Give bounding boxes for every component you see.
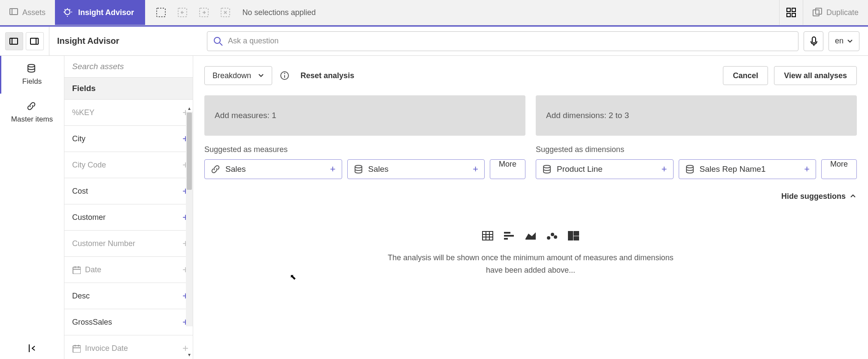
hide-suggestions-toggle[interactable]: Hide suggestions xyxy=(204,192,857,201)
main-area: Breakdown Reset analysis Cancel View all… xyxy=(193,56,868,359)
panel-right-icon xyxy=(30,38,39,45)
left-rail: Fields Master items xyxy=(0,56,64,359)
field-item[interactable]: Cost+ xyxy=(64,178,193,204)
chevron-down-icon xyxy=(258,73,264,79)
hide-suggestions-label: Hide suggestions xyxy=(781,192,846,201)
dimension-chip[interactable]: Sales Rep Name1+ xyxy=(679,159,816,179)
selection-clear-icon[interactable] xyxy=(221,8,230,17)
cancel-button[interactable]: Cancel xyxy=(723,66,768,85)
insight-advisor-tab[interactable]: Insight Advisor xyxy=(55,0,145,25)
assets-tab-label: Assets xyxy=(22,8,46,17)
view-all-analyses-button[interactable]: View all analyses xyxy=(774,66,857,85)
field-label: Invoice Date xyxy=(85,344,128,353)
language-selector[interactable]: en xyxy=(829,31,859,51)
analysis-type-label: Breakdown xyxy=(212,71,251,80)
field-label: City Code xyxy=(72,161,106,170)
collapse-icon xyxy=(28,344,36,353)
analysis-placeholder: The analysis will be shown once the mini… xyxy=(204,231,857,277)
suggested-dimensions-title: Suggested as dimensions xyxy=(536,145,857,154)
no-selections-label: No selections applied xyxy=(242,8,316,17)
duplicate-button[interactable]: Duplicate xyxy=(803,0,868,25)
rail-fields[interactable]: Fields xyxy=(0,56,64,94)
rail-master-items[interactable]: Master items xyxy=(0,94,64,131)
more-measure-button[interactable]: More xyxy=(490,159,525,179)
add-chip-button[interactable]: + xyxy=(330,164,336,175)
area-icon xyxy=(525,231,536,240)
field-label: Customer xyxy=(72,213,106,222)
assets-search[interactable] xyxy=(64,56,193,78)
duplicate-icon xyxy=(813,8,822,17)
question-search[interactable] xyxy=(207,31,798,51)
add-chip-button[interactable]: + xyxy=(473,164,478,175)
rail-fields-label: Fields xyxy=(22,77,42,86)
assets-tab[interactable]: Assets xyxy=(0,0,55,25)
chip-label: Sales Rep Name1 xyxy=(700,164,766,174)
selection-back-icon[interactable] xyxy=(178,8,187,17)
measure-chip[interactable]: Sales+ xyxy=(204,159,342,179)
measure-chip[interactable]: Sales+ xyxy=(347,159,485,179)
right-panel-toggle[interactable] xyxy=(26,32,44,50)
selection-toolbar: No selections applied xyxy=(145,8,327,17)
scatter-icon xyxy=(546,231,558,240)
scroll-up-arrow[interactable]: ▴ xyxy=(186,105,193,112)
search-icon xyxy=(213,37,223,46)
dimensions-dropzone-label: Add dimensions: 2 to 3 xyxy=(546,111,629,120)
field-label: Customer Number xyxy=(72,239,135,248)
field-item[interactable]: GrossSales+ xyxy=(64,309,193,335)
add-chip-button[interactable]: + xyxy=(662,164,667,175)
field-item[interactable]: Invoice Date+ xyxy=(64,335,193,359)
link-icon xyxy=(211,164,220,174)
header-row: Insight Advisor en xyxy=(0,27,868,56)
field-item[interactable]: City Code+ xyxy=(64,152,193,178)
dimensions-dropzone[interactable]: Add dimensions: 2 to 3 xyxy=(536,95,857,136)
insight-tab-label: Insight Advisor xyxy=(78,8,134,17)
field-label: City xyxy=(72,134,85,143)
rail-master-label: Master items xyxy=(11,115,53,124)
panel-icon xyxy=(9,8,18,17)
calendar-icon xyxy=(72,344,81,353)
field-item[interactable]: Customer+ xyxy=(64,204,193,231)
grid-view-button[interactable] xyxy=(779,0,803,25)
left-panel-toggle[interactable] xyxy=(5,32,23,50)
assets-search-input[interactable] xyxy=(72,62,185,71)
bulb-icon xyxy=(63,8,72,17)
info-icon[interactable] xyxy=(280,71,289,80)
selection-forward-icon[interactable] xyxy=(199,8,209,17)
question-input[interactable] xyxy=(228,37,792,46)
rail-collapse-button[interactable] xyxy=(0,338,64,359)
field-item[interactable]: City+ xyxy=(64,126,193,152)
language-label: en xyxy=(835,37,844,46)
database-icon xyxy=(354,164,363,174)
assets-scroll-thumb[interactable] xyxy=(187,113,192,190)
database-icon xyxy=(542,164,552,174)
field-item[interactable]: Desc+ xyxy=(64,283,193,309)
voice-input-button[interactable] xyxy=(804,31,823,51)
more-dimension-button[interactable]: More xyxy=(821,159,857,179)
field-item[interactable]: %KEY+ xyxy=(64,100,193,126)
panel-left-icon xyxy=(9,38,19,45)
placeholder-text: The analysis will be shown once the mini… xyxy=(380,252,681,277)
add-chip-button[interactable]: + xyxy=(804,164,810,175)
chip-label: Sales xyxy=(225,164,246,174)
page-title: Insight Advisor xyxy=(57,36,119,46)
assets-panel: Fields %KEY+City+City Code+Cost+Customer… xyxy=(64,56,193,359)
field-label: Desc xyxy=(72,292,90,301)
measures-dropzone-label: Add measures: 1 xyxy=(215,111,276,120)
selection-icon[interactable] xyxy=(156,8,166,17)
chip-label: Sales xyxy=(368,164,389,174)
grid-icon xyxy=(786,8,796,17)
scroll-down-arrow[interactable]: ▾ xyxy=(186,351,193,358)
measures-dropzone[interactable]: Add measures: 1 xyxy=(204,95,525,136)
field-item[interactable]: Customer Number+ xyxy=(64,231,193,257)
link-icon xyxy=(27,101,38,113)
reset-analysis-link[interactable]: Reset analysis xyxy=(300,71,354,80)
duplicate-label: Duplicate xyxy=(826,8,859,17)
microphone-icon xyxy=(810,37,817,46)
analysis-type-dropdown[interactable]: Breakdown xyxy=(204,66,272,85)
chevron-down-icon xyxy=(847,38,853,44)
field-label: %KEY xyxy=(72,108,94,117)
dimension-chip[interactable]: Product Line+ xyxy=(536,159,674,179)
table-icon xyxy=(482,231,493,240)
field-item[interactable]: Date+ xyxy=(64,257,193,283)
database-icon xyxy=(27,64,38,75)
